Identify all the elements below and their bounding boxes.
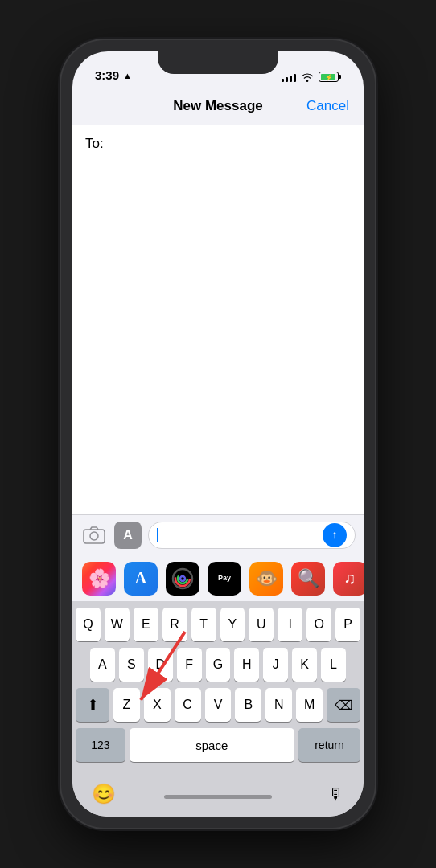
key-y[interactable]: Y xyxy=(220,608,245,641)
key-h[interactable]: H xyxy=(234,648,259,682)
message-area[interactable] xyxy=(72,162,364,514)
emoji-keyboard-button[interactable]: 😊 xyxy=(92,783,116,805)
keyboard-row-2: A S D F G H J K L xyxy=(76,648,360,682)
phone-screen: 3:39 ▲ ⚡ xyxy=(72,51,364,817)
to-label: To: xyxy=(85,136,104,152)
key-j[interactable]: J xyxy=(263,648,288,682)
shift-key[interactable]: ⬆ xyxy=(76,688,109,722)
signal-bars xyxy=(282,72,296,82)
key-q[interactable]: Q xyxy=(76,608,101,641)
key-k[interactable]: K xyxy=(292,648,317,682)
location-icon: ▲ xyxy=(123,71,132,80)
key-r[interactable]: R xyxy=(162,608,187,641)
monkey-icon: 🐵 xyxy=(256,568,278,589)
key-b[interactable]: B xyxy=(235,688,261,722)
activity-icon xyxy=(171,567,194,590)
camera-icon xyxy=(83,526,105,544)
keyboard-row-4: 123 space return xyxy=(76,728,360,762)
key-o[interactable]: O xyxy=(306,608,331,641)
key-v[interactable]: V xyxy=(205,688,232,722)
message-input-container[interactable]: ↑ xyxy=(148,522,356,549)
key-z[interactable]: Z xyxy=(113,688,140,722)
applepay-icon: Pay xyxy=(218,574,231,583)
nav-title: New Message xyxy=(173,98,263,114)
status-icons: ⚡ xyxy=(282,72,341,82)
keyboard-row-3: ⬆ Z X C V B N M ⌫ xyxy=(76,688,360,722)
key-l[interactable]: L xyxy=(321,648,346,682)
drawer-animoji-app[interactable]: 🐵 xyxy=(249,562,283,596)
key-x[interactable]: X xyxy=(144,688,171,722)
drawer-photos-app[interactable]: 🌸 xyxy=(82,562,116,596)
return-key[interactable]: return xyxy=(298,728,360,762)
battery-bolt: ⚡ xyxy=(325,73,333,80)
key-a[interactable]: A xyxy=(90,648,115,682)
key-w[interactable]: W xyxy=(105,608,130,641)
appstore-icon: A xyxy=(135,569,146,588)
wifi-icon xyxy=(301,72,314,82)
phone-frame: 3:39 ▲ ⚡ xyxy=(61,40,375,828)
notch xyxy=(158,51,278,74)
drawer-applepay-app[interactable]: Pay xyxy=(208,562,241,596)
key-f[interactable]: F xyxy=(177,648,202,682)
status-time: 3:39 ▲ xyxy=(95,68,132,82)
microphone-button[interactable]: 🎙 xyxy=(328,785,344,804)
key-s[interactable]: S xyxy=(119,648,144,682)
home-indicator xyxy=(164,795,272,799)
drawer-activity-app[interactable] xyxy=(166,562,199,596)
app-drawer: 🌸 A Pay 🐵 🔍 xyxy=(72,555,364,601)
recipient-input[interactable] xyxy=(107,136,351,152)
space-key[interactable]: space xyxy=(130,728,294,762)
bottom-bar: 😊 🎙 xyxy=(72,772,364,817)
appstore-toolbar-button[interactable]: A xyxy=(114,522,142,549)
keyboard: Q W E R T Y U I O P A S D F G H J K xyxy=(72,601,364,772)
key-e[interactable]: E xyxy=(134,608,158,641)
signal-bar-1 xyxy=(282,79,284,82)
send-button[interactable]: ↑ xyxy=(323,523,347,547)
time-display: 3:39 xyxy=(95,68,119,82)
key-i[interactable]: I xyxy=(278,608,302,641)
drawer-appstore-app[interactable]: A xyxy=(124,562,158,596)
numbers-key[interactable]: 123 xyxy=(76,728,125,762)
text-cursor xyxy=(157,528,158,542)
key-t[interactable]: T xyxy=(191,608,216,641)
search-globe-icon: 🔍 xyxy=(298,568,319,589)
key-d[interactable]: D xyxy=(148,648,173,682)
battery-icon: ⚡ xyxy=(319,72,341,82)
key-c[interactable]: C xyxy=(175,688,201,722)
svg-point-5 xyxy=(180,576,185,581)
signal-bar-2 xyxy=(286,77,288,82)
key-g[interactable]: G xyxy=(206,648,231,682)
key-u[interactable]: U xyxy=(249,608,274,641)
appstore-label: A xyxy=(123,528,133,542)
signal-bar-3 xyxy=(290,76,292,82)
music-icon: ♫ xyxy=(344,569,356,588)
keyboard-row-1: Q W E R T Y U I O P xyxy=(76,608,360,641)
key-p[interactable]: P xyxy=(335,608,360,641)
drawer-music-app[interactable]: ♫ xyxy=(333,562,364,596)
to-field[interactable]: To: xyxy=(72,125,364,162)
svg-point-1 xyxy=(90,532,98,540)
signal-bar-4 xyxy=(294,74,296,82)
photos-icon: 🌸 xyxy=(88,568,110,589)
nav-bar: New Message Cancel xyxy=(72,87,364,125)
key-m[interactable]: M xyxy=(296,688,323,722)
send-arrow-icon: ↑ xyxy=(332,528,338,541)
imessage-toolbar: A ↑ xyxy=(72,514,364,555)
delete-key[interactable]: ⌫ xyxy=(327,688,360,722)
camera-button[interactable] xyxy=(80,522,108,549)
cancel-button[interactable]: Cancel xyxy=(306,98,349,114)
key-n[interactable]: N xyxy=(265,688,292,722)
drawer-search-app[interactable]: 🔍 xyxy=(291,562,325,596)
